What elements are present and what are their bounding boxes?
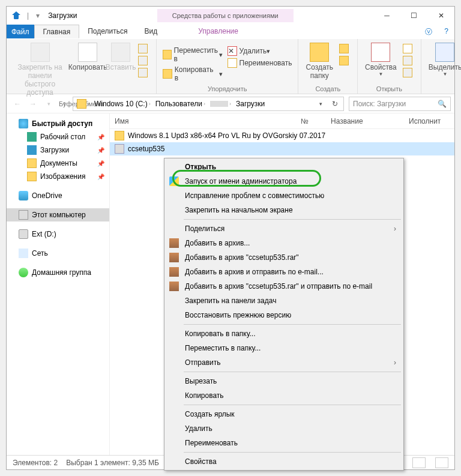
view-details-icon[interactable] <box>412 457 426 468</box>
sidebar-desktop[interactable]: Рабочий стол📌 <box>7 130 109 143</box>
ribbon: Закрепить на панели быстрого доступа Коп… <box>7 39 454 94</box>
file-row[interactable]: Windows 8.1 Upd3 x86-x64 Pro VL Ru by OV… <box>110 129 454 142</box>
delete-button[interactable]: ✕Удалить ▾ <box>225 45 295 57</box>
tab-view[interactable]: Вид <box>136 25 166 38</box>
sidebar-documents[interactable]: Документы📌 <box>7 157 109 170</box>
contextual-tab-label: Средства работы с приложениями <box>157 9 294 22</box>
pin-icon: 📌 <box>97 160 104 167</box>
col-name[interactable]: Имя <box>110 117 296 125</box>
qat-dropdown-icon[interactable]: ▾ <box>32 11 43 20</box>
nav-sidebar: Быстрый доступ Рабочий стол📌 Загрузки📌 Д… <box>7 113 110 455</box>
cut-small-button[interactable] <box>136 43 152 55</box>
ctx-add-rar[interactable]: Добавить в архив "ccsetup535.rar" <box>166 250 402 265</box>
copypath-small-button[interactable] <box>136 55 152 67</box>
ctx-rename[interactable]: Переименовать <box>166 436 402 450</box>
open-small-button[interactable] <box>400 43 417 55</box>
ctx-send-to[interactable]: Отправить› <box>166 355 402 370</box>
breadcrumb-seg: Пользователи› <box>153 100 208 108</box>
sidebar-pictures[interactable]: Изображения📌 <box>7 170 109 183</box>
col-title[interactable]: Название <box>326 117 404 125</box>
rar-icon <box>169 282 179 291</box>
qat-separator: | <box>23 11 32 20</box>
close-button[interactable]: ✕ <box>427 7 454 24</box>
col-exec[interactable]: Исполнит <box>404 117 445 125</box>
titlebar: | ▾ Загрузки Средства работы с приложени… <box>7 7 454 25</box>
rar-icon <box>169 238 179 248</box>
ctx-share[interactable]: Поделиться› <box>166 221 402 236</box>
ctx-shortcut[interactable]: Создать ярлык <box>166 407 402 421</box>
chevron-right-icon: › <box>394 224 396 233</box>
select-button[interactable]: Выделить▼ <box>425 40 461 79</box>
file-row[interactable]: ccsetup535 <box>110 142 454 155</box>
rename-button[interactable]: Переименовать <box>225 57 295 69</box>
edit-small-button[interactable] <box>400 55 417 67</box>
up-button[interactable]: ↑ <box>57 97 71 111</box>
pin-icon: 📌 <box>97 147 104 154</box>
status-selection: Выбран 1 элемент: 9,35 МБ <box>66 459 159 467</box>
ctx-copy[interactable]: Копировать <box>166 388 402 403</box>
ctx-open[interactable]: Открыть <box>166 160 402 174</box>
moveto-button[interactable]: Переместить в ▾ <box>160 45 225 64</box>
ribbon-tabs: Файл Главная Поделиться Вид Управление ⓥ… <box>7 25 454 39</box>
ctx-copy-to-folder[interactable]: Копировать в папку... <box>166 327 402 341</box>
search-icon: 🔍 <box>438 100 447 108</box>
sidebar-quick-access[interactable]: Быстрый доступ <box>7 117 109 130</box>
pin-quick-access-button[interactable]: Закрепить на панели быстрого доступа <box>10 40 70 99</box>
group-create-label: Создать <box>302 84 354 94</box>
ctx-cut[interactable]: Вырезать <box>166 374 402 388</box>
ctx-pin-start[interactable]: Закрепить на начальном экране <box>166 203 402 217</box>
shield-icon <box>169 176 179 186</box>
refresh-icon[interactable]: ↻ <box>328 97 342 111</box>
forward-button[interactable]: → <box>26 97 40 111</box>
copy-button[interactable]: Копировать <box>70 40 106 74</box>
pin-icon: 📌 <box>97 173 104 180</box>
easyaccess-small-button[interactable] <box>337 55 354 67</box>
history-small-button[interactable] <box>400 67 417 79</box>
properties-button[interactable]: Свойства▼ <box>361 40 400 79</box>
recent-dropdown[interactable]: ▾ <box>41 97 56 111</box>
ctx-add-archive[interactable]: Добавить в архив... <box>166 236 402 250</box>
col-num[interactable]: № <box>296 117 326 125</box>
rar-icon <box>169 267 179 277</box>
status-count: Элементов: 2 <box>13 459 58 467</box>
pasteshortcut-small-button[interactable] <box>136 67 152 79</box>
sidebar-ext-drive[interactable]: Ext (D:) <box>7 227 109 241</box>
app-icon <box>11 11 21 20</box>
column-headers: Имя № Название Исполнит <box>110 113 454 129</box>
newitem-small-button[interactable] <box>337 43 354 55</box>
ctx-add-mail[interactable]: Добавить в архив и отправить по e-mail..… <box>166 265 402 279</box>
tab-home[interactable]: Главная <box>34 25 80 38</box>
copyto-button[interactable]: Копировать в ▾ <box>160 64 225 83</box>
minimize-button[interactable]: ─ <box>373 7 400 24</box>
ribbon-collapse-icon[interactable]: ⓥ <box>419 25 438 38</box>
tab-share[interactable]: Поделиться <box>79 25 136 38</box>
view-large-icon[interactable] <box>435 457 448 468</box>
folder-icon <box>115 131 124 140</box>
sidebar-downloads[interactable]: Загрузки📌 <box>7 143 109 157</box>
address-dropdown-icon[interactable]: ▾ <box>313 97 328 111</box>
paste-button[interactable]: Вставить <box>106 40 136 74</box>
sidebar-homegroup[interactable]: Домашняя группа <box>7 266 109 279</box>
ctx-delete[interactable]: Удалить <box>166 421 402 436</box>
tab-manage[interactable]: Управление <box>190 25 247 38</box>
ctx-run-as-admin[interactable]: Запуск от имени администратора <box>166 174 402 188</box>
breadcrumb-seg: Загрузки <box>234 100 267 108</box>
sidebar-network[interactable]: Сеть <box>7 247 109 260</box>
ctx-restore[interactable]: Восстановить прежнюю версию <box>166 308 402 322</box>
back-button[interactable]: ← <box>10 97 25 111</box>
exe-icon <box>115 144 124 154</box>
ctx-properties[interactable]: Свойства <box>166 454 402 469</box>
ctx-move-to-folder[interactable]: Переместить в папку... <box>166 341 402 355</box>
ctx-pin-taskbar[interactable]: Закрепить на панели задач <box>166 294 402 308</box>
maximize-button[interactable]: ☐ <box>400 7 427 24</box>
tab-file[interactable]: Файл <box>7 25 34 38</box>
newfolder-button[interactable]: Создать папку <box>302 40 337 82</box>
ctx-add-rar-mail[interactable]: Добавить в архив "ccsetup535.rar" и отпр… <box>166 279 402 294</box>
search-input[interactable]: Поиск: Загрузки🔍 <box>349 97 451 111</box>
group-organize-label: Упорядочить <box>160 84 295 94</box>
ctx-compat[interactable]: Исправление проблем с совместимостью <box>166 188 402 203</box>
help-icon[interactable]: ? <box>438 25 454 38</box>
sidebar-this-pc[interactable]: Этот компьютер <box>7 208 109 221</box>
sidebar-onedrive[interactable]: OneDrive <box>7 189 109 202</box>
address-bar[interactable]: › Windows 10 (C:)› Пользователи› › Загру… <box>73 97 344 111</box>
